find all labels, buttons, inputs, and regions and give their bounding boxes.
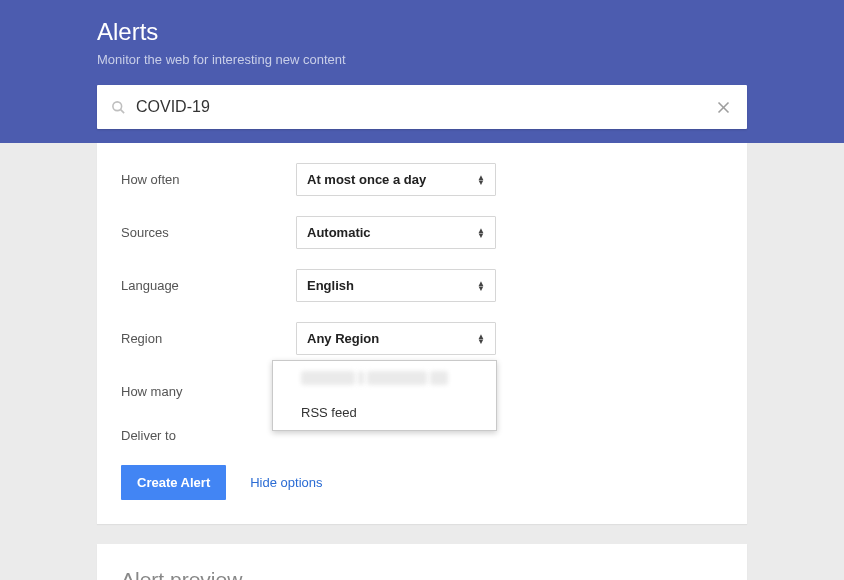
label-region: Region [121,331,296,346]
label-how-often: How often [121,172,296,187]
select-how-often-value: At most once a day [307,172,426,187]
deliver-to-email-option[interactable] [273,361,496,395]
label-language: Language [121,278,296,293]
preview-panel: Alert preview NEWS [97,544,747,580]
row-how-often: How often At most once a day ▲▼ [121,163,723,196]
header: Alerts Monitor the web for interesting n… [0,0,844,143]
clear-icon[interactable] [714,100,733,115]
redacted-text [367,371,427,385]
search-box[interactable] [97,85,747,129]
updown-icon: ▲▼ [477,228,485,238]
search-icon [111,100,126,115]
create-alert-button[interactable]: Create Alert [121,465,226,500]
row-region: Region Any Region ▲▼ [121,322,723,355]
redacted-text [430,371,448,385]
select-sources[interactable]: Automatic ▲▼ [296,216,496,249]
svg-point-0 [113,101,122,110]
options-panel: How often At most once a day ▲▼ Sources … [97,143,747,524]
hide-options-link[interactable]: Hide options [250,475,322,490]
updown-icon: ▲▼ [477,334,485,344]
preview-title: Alert preview [121,568,723,580]
row-sources: Sources Automatic ▲▼ [121,216,723,249]
row-language: Language English ▲▼ [121,269,723,302]
page-title: Alerts [97,18,747,46]
select-region-value: Any Region [307,331,379,346]
label-how-many: How many [121,384,296,399]
select-region[interactable]: Any Region ▲▼ [296,322,496,355]
deliver-to-dropdown: RSS feed [272,360,497,431]
search-input[interactable] [136,98,714,116]
label-deliver-to: Deliver to [121,428,296,443]
svg-line-1 [120,109,124,113]
select-how-often[interactable]: At most once a day ▲▼ [296,163,496,196]
select-language-value: English [307,278,354,293]
label-sources: Sources [121,225,296,240]
redacted-text [358,371,364,385]
redacted-text [301,371,355,385]
deliver-to-rss-option[interactable]: RSS feed [273,395,496,430]
page-subtitle: Monitor the web for interesting new cont… [97,52,747,67]
select-sources-value: Automatic [307,225,371,240]
updown-icon: ▲▼ [477,175,485,185]
select-language[interactable]: English ▲▼ [296,269,496,302]
updown-icon: ▲▼ [477,281,485,291]
